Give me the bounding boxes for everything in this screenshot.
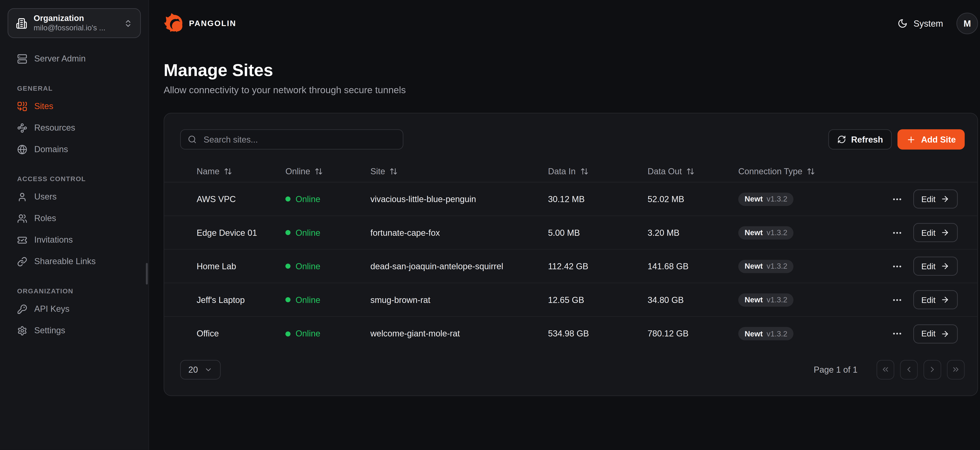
sidebar-item-label: Invitations (34, 236, 73, 245)
section-label: ACCESS CONTROL (8, 175, 141, 182)
globe-icon (17, 144, 27, 155)
org-switcher[interactable]: Organization milo@fossorial.io's ... (8, 8, 141, 38)
data-out-cell: 3.20 MB (648, 228, 738, 237)
connection-badge: Newt v1.3.2 (738, 192, 794, 206)
add-site-button[interactable]: Add Site (898, 129, 965, 150)
row-menu-button[interactable] (890, 192, 904, 206)
edit-button[interactable]: Edit (913, 324, 958, 343)
org-subtitle: milo@fossorial.io's ... (34, 24, 118, 33)
row-menu-button[interactable] (890, 327, 904, 340)
building-icon (16, 17, 27, 29)
sort-icon (315, 167, 323, 176)
table-row[interactable]: Edge Device 01 Online fortunate-cape-fox… (164, 216, 977, 250)
main-content: PANGOLIN System M Manage Sites Allow con… (149, 0, 980, 450)
sidebar-item-label: Sites (34, 102, 53, 111)
arrow-right-icon (940, 295, 950, 304)
search-input[interactable] (202, 134, 396, 145)
column-header-data-out[interactable]: Data Out (648, 166, 738, 176)
sidebar-item-settings[interactable]: Settings (8, 320, 141, 342)
column-header-online[interactable]: Online (285, 166, 371, 176)
row-menu-button[interactable] (890, 226, 904, 239)
sidebar-scrollbar-thumb[interactable] (146, 263, 148, 285)
site-name-cell: Jeff's Laptop (197, 295, 285, 304)
table-header: Name Online Site Data In Data Out (164, 161, 977, 182)
row-actions: Edit (890, 223, 958, 242)
edit-button[interactable]: Edit (913, 257, 958, 276)
sidebar-item-domains[interactable]: Domains (8, 139, 141, 160)
data-out-cell: 52.02 MB (648, 194, 738, 204)
brand-logo: PANGOLIN (164, 13, 236, 34)
sidebar-item-invitations[interactable]: Invitations (8, 229, 141, 251)
sidebar-item-api-keys[interactable]: API Keys (8, 298, 141, 320)
page-size-value: 20 (188, 364, 198, 374)
sidebar-item-users[interactable]: Users (8, 186, 141, 208)
sort-icon (224, 167, 232, 176)
site-id-cell: dead-san-joaquin-antelope-squirrel (371, 261, 548, 271)
data-out-cell: 34.80 GB (648, 295, 738, 304)
arrow-right-icon (940, 195, 950, 203)
site-id-cell: fortunate-cape-fox (371, 228, 548, 237)
online-dot-icon (285, 230, 291, 235)
prev-page-button[interactable] (900, 360, 918, 379)
sort-icon (686, 167, 694, 176)
table-row[interactable]: Office Online welcome-giant-mole-rat 534… (164, 317, 977, 350)
site-status-cell: Online (285, 329, 371, 338)
page-subtitle: Allow connectivity to your network throu… (164, 85, 406, 95)
waypoints-icon (17, 123, 27, 133)
edit-button[interactable]: Edit (913, 190, 958, 209)
connection-type-cell: Newt v1.3.2 (738, 192, 890, 206)
refresh-button[interactable]: Refresh (828, 129, 892, 150)
sidebar-item-label: Users (34, 193, 57, 201)
sidebar-item-shareable-links[interactable]: Shareable Links (8, 251, 141, 273)
sidebar-item-server-admin[interactable]: Server Admin (8, 48, 141, 70)
sidebar-section-organization: ORGANIZATION API Keys Settings (8, 287, 141, 342)
table-body: AWS VPC Online vivacious-little-blue-pen… (164, 182, 977, 350)
connection-type-cell: Newt v1.3.2 (738, 226, 890, 239)
topbar: PANGOLIN System M (164, 13, 978, 34)
sidebar-section-general: GENERAL Sites Resources (8, 84, 141, 160)
row-menu-button[interactable] (890, 260, 904, 273)
table-row[interactable]: Jeff's Laptop Online smug-brown-rat 12.6… (164, 283, 977, 317)
combine-icon (17, 101, 27, 112)
column-header-name[interactable]: Name (197, 166, 285, 176)
table-row[interactable]: Home Lab Online dead-san-joaquin-antelop… (164, 250, 977, 284)
sidebar-item-resources[interactable]: Resources (8, 117, 141, 139)
link-icon (17, 257, 27, 267)
page-header: Manage Sites Allow connectivity to your … (164, 60, 406, 95)
edit-button[interactable]: Edit (913, 290, 958, 309)
next-page-button[interactable] (924, 360, 942, 379)
org-title: Organization (34, 13, 118, 24)
column-header-data-in[interactable]: Data In (548, 166, 648, 176)
column-header-connection-type[interactable]: Connection Type (738, 166, 958, 176)
site-status-cell: Online (285, 194, 371, 204)
theme-toggle[interactable]: System (898, 18, 943, 28)
site-id-cell: smug-brown-rat (371, 295, 548, 304)
connection-type-cell: Newt v1.3.2 (738, 260, 890, 273)
user-avatar[interactable]: M (956, 12, 978, 34)
search-input-wrap[interactable] (180, 129, 403, 150)
refresh-icon (837, 135, 846, 144)
search-icon (188, 135, 197, 144)
data-in-cell: 534.98 GB (548, 329, 648, 338)
table-row[interactable]: AWS VPC Online vivacious-little-blue-pen… (164, 182, 977, 216)
first-page-button[interactable] (877, 360, 894, 379)
sidebar-item-label: Server Admin (34, 55, 86, 63)
moon-icon (898, 18, 908, 28)
connection-type-cell: Newt v1.3.2 (738, 327, 890, 340)
gear-icon (17, 326, 27, 336)
add-site-label: Add Site (921, 135, 956, 144)
site-status-cell: Online (285, 261, 371, 271)
page-size-select[interactable]: 20 (180, 360, 221, 379)
connection-badge: Newt v1.3.2 (738, 226, 794, 239)
row-menu-button[interactable] (890, 293, 904, 306)
ellipsis-icon (891, 294, 902, 305)
users-icon (17, 214, 27, 224)
server-icon (17, 54, 27, 64)
last-page-button[interactable] (947, 360, 965, 379)
chevron-left-icon (904, 365, 913, 374)
column-header-site[interactable]: Site (371, 166, 548, 176)
sidebar-item-roles[interactable]: Roles (8, 208, 141, 229)
sort-icon (580, 167, 588, 176)
sidebar-item-sites[interactable]: Sites (8, 96, 141, 117)
edit-button[interactable]: Edit (913, 223, 958, 242)
